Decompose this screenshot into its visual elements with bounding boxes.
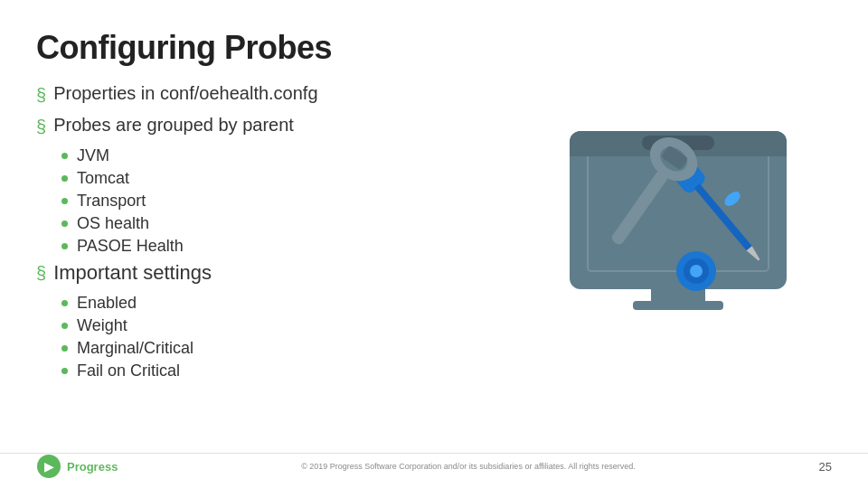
progress-logo-text: Progress (67, 460, 118, 474)
svg-rect-2 (651, 289, 705, 303)
bullet-marginal (61, 345, 68, 352)
section-probes: § Probes are grouped by parent (36, 115, 506, 137)
svg-point-16 (690, 265, 703, 277)
item-tomcat: Tomcat (77, 169, 129, 188)
list-item: JVM (61, 146, 506, 165)
list-item: Tomcat (61, 169, 506, 188)
bullet-pasoe (61, 243, 68, 249)
item-pasoe: PASOE Health (77, 237, 184, 256)
list-item: Transport (61, 192, 506, 211)
list-item: Enabled (61, 294, 506, 313)
bullet-enabled (61, 300, 68, 306)
content-area: § Properties in conf/oehealth.confg § Pr… (36, 83, 832, 386)
bullet-jvm (61, 153, 68, 159)
item-jvm: JVM (77, 146, 109, 165)
list-item: Fail on Critical (61, 361, 506, 380)
bullet-tomcat (61, 175, 68, 182)
item-failcritical: Fail on Critical (77, 361, 180, 380)
list-item: Marginal/Critical (61, 339, 506, 358)
progress-logo-icon: ▶ (36, 454, 61, 479)
right-column (524, 83, 832, 386)
footer: ▶ Progress © 2019 Progress Software Corp… (0, 454, 868, 479)
slide-title: Configuring Probes (36, 29, 832, 67)
section-properties: § Properties in conf/oehealth.confg (36, 83, 506, 106)
important-sublist: Enabled Weight Marginal/Critical Fail on… (61, 294, 506, 380)
probes-sublist: JVM Tomcat Transport OS health PASOE Hea… (61, 146, 506, 256)
slide: Configuring Probes § Properties in conf/… (0, 0, 868, 488)
section-bullet-1: § (36, 85, 46, 106)
item-weight: Weight (77, 316, 127, 335)
item-oshealth: OS health (77, 214, 149, 233)
tools-illustration (542, 113, 814, 366)
list-item: Weight (61, 316, 506, 335)
item-enabled: Enabled (77, 294, 137, 313)
list-item: OS health (61, 214, 506, 233)
section-important-text: Important settings (53, 261, 212, 285)
section-properties-text: Properties in conf/oehealth.confg (53, 83, 317, 104)
bullet-transport (61, 198, 68, 204)
footer-copyright: © 2019 Progress Software Corporation and… (136, 462, 800, 471)
bullet-oshealth (61, 221, 68, 227)
footer-page-number: 25 (819, 460, 832, 474)
svg-text:▶: ▶ (44, 460, 54, 474)
svg-rect-3 (633, 301, 723, 310)
item-transport: Transport (77, 192, 146, 211)
section-probes-text: Probes are grouped by parent (53, 115, 294, 136)
bullet-failcritical (61, 368, 68, 374)
section-important: § Important settings (36, 261, 506, 285)
section-bullet-2: § (36, 117, 46, 137)
left-column: § Properties in conf/oehealth.confg § Pr… (36, 83, 524, 386)
progress-logo: ▶ Progress (36, 454, 118, 479)
bullet-weight (61, 323, 68, 329)
item-marginal: Marginal/Critical (77, 339, 193, 358)
section-bullet-3: § (36, 263, 46, 284)
list-item: PASOE Health (61, 237, 506, 256)
